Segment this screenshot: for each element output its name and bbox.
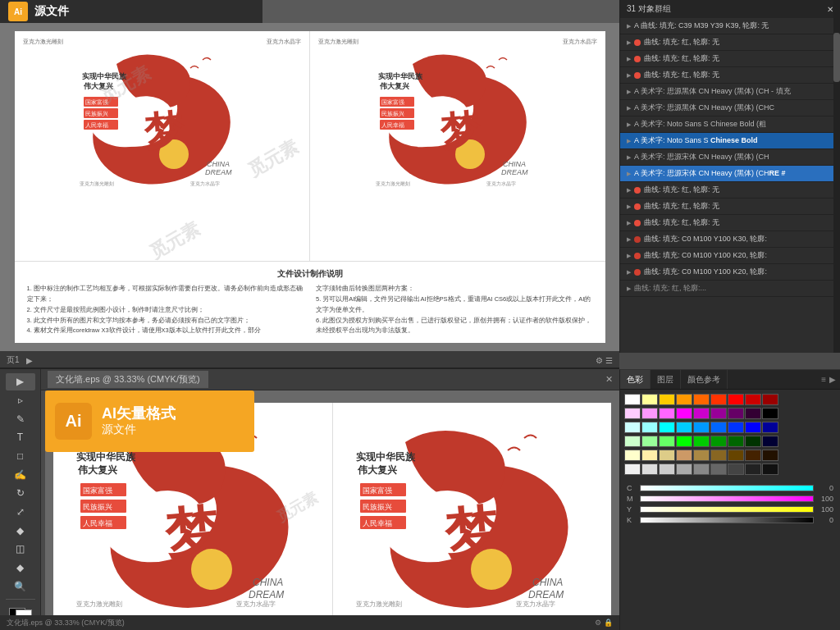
swatch-deepred[interactable] bbox=[762, 394, 778, 405]
blend-tool[interactable]: ◆ bbox=[6, 522, 35, 539]
svg-text:DREAM: DREAM bbox=[205, 168, 232, 176]
layer-item[interactable]: ▶ 曲线: 填充: 红, 轮廓: 无 bbox=[620, 51, 840, 67]
swatch-darkred[interactable] bbox=[745, 394, 761, 405]
swatch-16[interactable] bbox=[641, 436, 658, 447]
zoom-tool[interactable]: 🔍 bbox=[6, 578, 35, 595]
gradient-tool[interactable]: ◫ bbox=[6, 541, 35, 558]
swatch-7[interactable] bbox=[728, 408, 744, 419]
layer-item[interactable]: ▶ 曲线: 填充: 红, 轮廓: 无 bbox=[620, 215, 840, 231]
swatch-29[interactable] bbox=[728, 450, 744, 461]
tab-color-ref[interactable]: 颜色参考 bbox=[681, 370, 728, 389]
panel-options[interactable]: ≡ bbox=[821, 375, 826, 384]
swatch-31[interactable] bbox=[762, 450, 778, 461]
shape-tool[interactable]: □ bbox=[6, 448, 35, 465]
swatch-4[interactable] bbox=[676, 408, 692, 419]
tab-close[interactable]: ✕ bbox=[605, 374, 613, 385]
swatch-cyan[interactable] bbox=[659, 422, 675, 433]
text-tool[interactable]: T bbox=[6, 429, 35, 446]
swatch-34[interactable] bbox=[659, 463, 675, 475]
layer-item[interactable]: ▶ A 美术字: 思源宋体 CN Heavy (黑体) (CH bbox=[620, 149, 840, 166]
swatch-black[interactable] bbox=[762, 408, 778, 419]
swatch-11[interactable] bbox=[676, 422, 692, 433]
swatch-22[interactable] bbox=[762, 436, 778, 447]
swatch-25[interactable] bbox=[659, 450, 675, 461]
pencil-tool[interactable]: ✍ bbox=[6, 466, 35, 483]
layer-item[interactable]: ▶ 曲线: 填充: 红, 轮廓: 无 bbox=[620, 182, 840, 199]
tab-color[interactable]: 色彩 bbox=[620, 370, 651, 389]
swatch-26[interactable] bbox=[676, 450, 692, 461]
swatch-15[interactable] bbox=[624, 436, 641, 447]
panel-menu[interactable]: ▶ bbox=[829, 375, 836, 384]
swatch-37[interactable] bbox=[728, 463, 744, 475]
m-slider[interactable] bbox=[640, 495, 814, 502]
layer-item-chinese-bold[interactable]: ▶ A 美术字: Noto Sans S Chinese Bold bbox=[620, 133, 840, 149]
swatch-24[interactable] bbox=[641, 450, 658, 461]
swatch-20[interactable] bbox=[728, 436, 744, 447]
swatch-33[interactable] bbox=[641, 463, 658, 475]
panel-close[interactable]: ✕ bbox=[827, 5, 833, 14]
swatch-21[interactable] bbox=[745, 436, 761, 447]
swatch-39[interactable] bbox=[762, 463, 778, 475]
swatch-6[interactable] bbox=[710, 408, 727, 419]
tab-layers[interactable]: 图层 bbox=[651, 370, 681, 389]
layer-item[interactable]: ▶ A 美术字: 思源黑体 CN Heavy (黑体) (CH - 填充 bbox=[620, 84, 840, 100]
swatch-red-orange[interactable] bbox=[710, 394, 727, 405]
swatch-19[interactable] bbox=[710, 436, 727, 447]
swatch-32[interactable] bbox=[624, 463, 641, 475]
swatch-18[interactable] bbox=[693, 436, 710, 447]
svg-text:实现中华民族: 实现中华民族 bbox=[355, 451, 416, 463]
pen-tool[interactable]: ✎ bbox=[6, 410, 35, 427]
c-slider[interactable] bbox=[640, 485, 814, 491]
swatch-darkblue[interactable] bbox=[762, 422, 778, 433]
swatch-blue[interactable] bbox=[745, 422, 761, 433]
swatch-yellow[interactable] bbox=[659, 394, 675, 405]
swatch-darkorange[interactable] bbox=[693, 394, 710, 405]
k-slider[interactable] bbox=[640, 517, 814, 523]
swatch-orange[interactable] bbox=[676, 394, 692, 405]
swatch-gray[interactable] bbox=[693, 463, 710, 475]
swatch-13[interactable] bbox=[710, 422, 727, 433]
swatch-38[interactable] bbox=[745, 463, 761, 475]
layer-item[interactable]: ▶ 曲线: 填充: 红, 轮廓: 无 bbox=[620, 199, 840, 215]
swatch-5[interactable] bbox=[693, 408, 710, 419]
layer-item[interactable]: ▶ 曲线: 填充: 红, 轮廓: 无 bbox=[620, 34, 840, 51]
y-slider[interactable] bbox=[640, 506, 814, 513]
layer-item-re[interactable]: ▶ A 美术字: 思源宋体 CN Heavy (黑体) (CHRE # bbox=[620, 166, 840, 182]
rotate-tool[interactable]: ↻ bbox=[6, 485, 35, 502]
layer-item[interactable]: ▶ A 曲线: 填充: C39 M39 Y39 K39, 轮廓: 无 bbox=[620, 18, 840, 34]
eyedropper-tool[interactable]: ◆ bbox=[6, 559, 35, 577]
layer-item[interactable]: ▶ A 美术字: 思源黑体 CN Heavy (黑体) (CHC bbox=[620, 100, 840, 116]
swatch-36[interactable] bbox=[710, 463, 727, 475]
direct-select-tool[interactable]: ▹ bbox=[6, 392, 35, 409]
bottom-tab[interactable]: 文化墙.eps @ 33.33% (CMYK/预览) bbox=[48, 371, 208, 388]
select-tool[interactable]: ▶ bbox=[6, 373, 35, 390]
layer-item[interactable]: ▶ 曲线: 填充: C0 M100 Y100 K20, 轮廓: bbox=[620, 264, 840, 281]
swatch-17[interactable] bbox=[659, 436, 675, 447]
scroll-indicator[interactable] bbox=[833, 18, 840, 353]
swatch-8[interactable] bbox=[745, 408, 761, 419]
layer-text: A 美术字: 思源黑体 CN Heavy (黑体) (CH - 填充 bbox=[634, 86, 833, 97]
swatch-14[interactable] bbox=[728, 422, 744, 433]
swatch-23[interactable] bbox=[624, 450, 641, 461]
swatch-30[interactable] bbox=[745, 450, 761, 461]
layer-item[interactable]: ▶ 曲线: 填充: 红, 轮廓: 无 bbox=[620, 67, 840, 84]
swatch-green[interactable] bbox=[676, 436, 692, 447]
swatch-28[interactable] bbox=[710, 450, 727, 461]
svg-text:人民幸福: 人民幸福 bbox=[363, 519, 392, 527]
swatch-35[interactable] bbox=[676, 463, 692, 475]
layer-item[interactable]: ▶ 曲线: 填充: 红, 轮廓:... bbox=[620, 281, 840, 297]
swatch-3[interactable] bbox=[659, 408, 675, 419]
layer-item[interactable]: ▶ 曲线: 填充: C0 M100 Y100 K30, 轮廓: bbox=[620, 231, 840, 248]
swatch-10[interactable] bbox=[641, 422, 658, 433]
layer-item[interactable]: ▶ A 美术字: Noto Sans S Chinese Bold (粗 bbox=[620, 116, 840, 133]
swatch-2[interactable] bbox=[641, 408, 658, 419]
swatch-red[interactable] bbox=[728, 394, 744, 405]
swatch-12[interactable] bbox=[693, 422, 710, 433]
swatch-9[interactable] bbox=[624, 422, 641, 433]
swatch-1[interactable] bbox=[624, 408, 641, 419]
layer-item[interactable]: ▶ 曲线: 填充: C0 M100 Y100 K20, 轮廓: bbox=[620, 248, 840, 264]
scale-tool[interactable]: ⤢ bbox=[6, 504, 35, 521]
swatch-27[interactable] bbox=[693, 450, 710, 461]
swatch-lightyellow[interactable] bbox=[641, 394, 658, 405]
swatch-white[interactable] bbox=[624, 394, 641, 405]
